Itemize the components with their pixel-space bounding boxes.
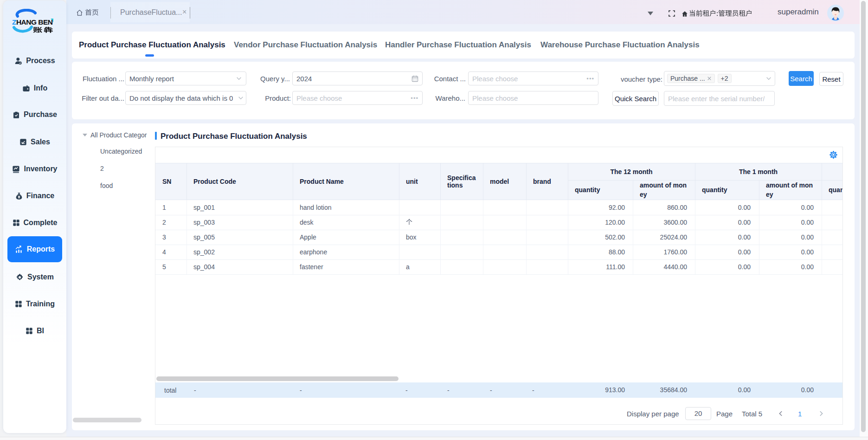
svg-text:ZHANG BEN: ZHANG BEN — [12, 18, 53, 26]
